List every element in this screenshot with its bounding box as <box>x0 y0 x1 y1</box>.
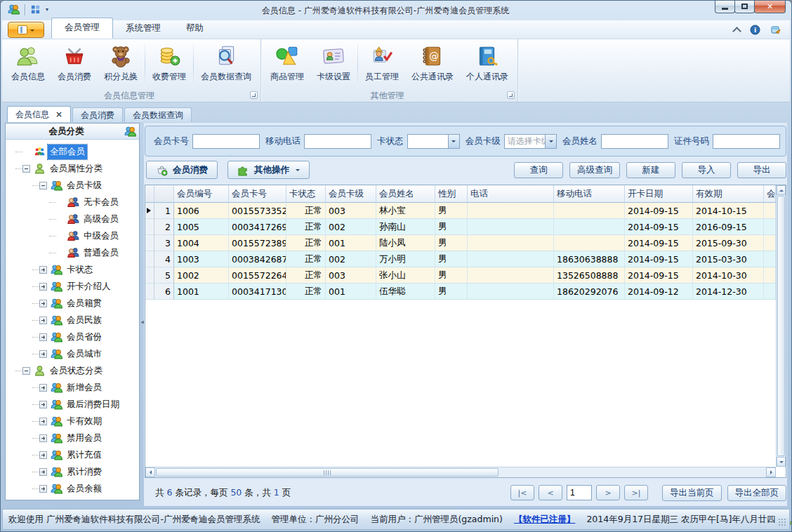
other-operations-button[interactable]: 其他操作 <box>227 161 310 179</box>
tree-item[interactable]: 卡有效期 <box>6 413 139 430</box>
tree-item[interactable]: 禁用会员 <box>6 430 139 446</box>
tree-item[interactable]: 会员属性分类 <box>6 160 139 177</box>
filter-input-member-name[interactable] <box>601 134 668 149</box>
tab-system-management[interactable]: 系统管理 <box>113 19 173 39</box>
tree-expander-plus-icon[interactable] <box>39 333 47 341</box>
grid-column-header[interactable]: 会员姓名 <box>376 185 435 203</box>
ribbon-item-staff-management[interactable]: 员工管理 <box>359 41 405 90</box>
ribbon-item-goods-management[interactable]: 商品管理 <box>264 41 310 90</box>
page-input[interactable] <box>567 485 592 500</box>
tree-expander-plus-icon[interactable] <box>39 418 47 425</box>
tree-item[interactable]: 开卡介绍人 <box>6 278 139 295</box>
tree-expander-plus-icon[interactable] <box>39 485 47 493</box>
member-consume-button[interactable]: 会员消费 <box>146 161 218 179</box>
prev-page-button[interactable]: < <box>539 485 562 500</box>
grid-column-header[interactable]: 开卡日期 <box>625 185 693 203</box>
scroll-right-icon[interactable] <box>766 467 776 477</box>
vertical-scrollbar[interactable] <box>776 185 786 467</box>
filter-input-id-number[interactable] <box>713 134 780 149</box>
tree-item[interactable]: 会员城市 <box>6 345 139 362</box>
filter-input-member-card-no[interactable] <box>192 134 260 149</box>
license-link[interactable]: 【软件已注册】 <box>514 514 576 526</box>
ribbon-item-member-info[interactable]: 会员信息 <box>5 41 51 90</box>
grid-column-header[interactable]: 有效期 <box>693 185 764 203</box>
scroll-down-icon[interactable] <box>777 457 786 467</box>
next-page-button[interactable]: > <box>596 485 620 500</box>
tree-expander-plus-icon[interactable] <box>39 266 47 274</box>
info-icon[interactable]: i <box>750 25 760 35</box>
tree-item[interactable]: 会员状态分类 <box>6 362 139 379</box>
tree-expander-plus-icon[interactable] <box>39 384 47 392</box>
tree-item[interactable]: 高级会员 <box>6 211 139 227</box>
new-button[interactable]: 新建 <box>626 162 675 178</box>
tree-item[interactable]: 全部会员 <box>6 143 139 160</box>
close-tab-icon[interactable]: × <box>55 110 62 119</box>
ribbon-item-member-data-query[interactable]: 会员数据查询 <box>194 41 258 90</box>
tree-expander-plus-icon[interactable] <box>39 468 47 476</box>
grid-column-header[interactable]: 会员编号 <box>174 185 229 203</box>
horizontal-scrollbar[interactable] <box>145 467 776 477</box>
ribbon-item-personal-contacts[interactable]: 个人通讯录 <box>460 41 515 90</box>
tree-item[interactable]: 卡状态 <box>6 261 139 278</box>
chevron-down-icon[interactable] <box>448 135 459 148</box>
table-row[interactable]: 110060015573352正常003林小宝男2014-09-152014-1… <box>145 203 776 219</box>
layout-grid-icon[interactable] <box>30 4 41 15</box>
tree-item[interactable]: 会员省份 <box>6 328 139 345</box>
tree-expander-minus-icon[interactable] <box>22 165 30 173</box>
send-feedback-icon[interactable] <box>770 24 781 35</box>
tree-expander-plus-icon[interactable] <box>39 300 47 307</box>
tree-expander-plus-icon[interactable] <box>39 451 47 459</box>
tree-item[interactable]: 无卡会员 <box>6 194 139 211</box>
ribbon-item-public-contacts[interactable]: @公共通讯录 <box>405 41 460 90</box>
table-row[interactable]: 510020015572264正常003张小山男135265088882014-… <box>145 267 776 284</box>
tree-item[interactable]: 会员籍贯 <box>6 295 139 312</box>
tab-member-management[interactable]: 会员管理 <box>51 18 113 39</box>
export-button[interactable]: 导出 <box>737 162 786 178</box>
last-page-button[interactable]: >| <box>624 485 648 500</box>
ribbon-item-card-level-settings[interactable]: 卡级设置 <box>310 41 357 90</box>
sidebar-header-people-icon[interactable] <box>124 126 136 138</box>
tab-help[interactable]: 帮助 <box>173 19 216 39</box>
tree-expander-minus-icon[interactable] <box>22 367 30 375</box>
ribbon-item-member-consume[interactable]: 会员消费 <box>51 41 98 90</box>
tree-item[interactable]: 中级会员 <box>6 227 139 244</box>
scroll-left-icon[interactable] <box>145 467 155 477</box>
doc-tab-member-consume[interactable]: 会员消费 <box>72 107 123 122</box>
tree-item[interactable]: 最后消费日期 <box>6 396 139 413</box>
tree-expander-plus-icon[interactable] <box>39 283 47 291</box>
collapse-ribbon-icon[interactable] <box>732 27 741 36</box>
first-page-button[interactable]: |< <box>510 485 534 500</box>
tree-item[interactable]: 新增会员 <box>6 379 139 396</box>
tree-expander-minus-icon[interactable] <box>39 182 47 189</box>
tree-expander-plus-icon[interactable] <box>39 350 47 358</box>
query-button[interactable]: 查询 <box>514 162 563 178</box>
grid-column-header[interactable]: 卡状态 <box>286 185 326 203</box>
tree-item[interactable]: 普通会员 <box>6 244 139 261</box>
tree-item[interactable]: 会员余额 <box>6 480 139 495</box>
ribbon-item-fee-management[interactable]: 收费管理 <box>146 41 192 90</box>
import-button[interactable]: 导入 <box>682 162 731 178</box>
scroll-up-icon[interactable] <box>777 185 786 195</box>
filter-input-mobile-phone[interactable] <box>304 134 371 149</box>
tree-expander-plus-icon[interactable] <box>39 401 47 408</box>
close-button[interactable]: ✕ <box>754 0 786 13</box>
grid-column-header[interactable]: 性别 <box>435 185 468 203</box>
tree-item[interactable]: 累计充值 <box>6 446 139 463</box>
tree-item[interactable]: 会员卡级 <box>6 177 139 194</box>
qat-dropdown-icon[interactable]: ▾ <box>46 6 48 13</box>
filter-select-member-card-level[interactable]: 请选择卡级 <box>504 134 557 149</box>
doc-tab-member-data-query[interactable]: 会员数据查询 <box>124 107 192 122</box>
tree-item[interactable]: 累计消费 <box>6 463 139 480</box>
grid-column-header[interactable]: 会员卡号 <box>229 185 286 203</box>
advanced-query-button[interactable]: 高级查询 <box>569 162 620 178</box>
grid-column-header[interactable]: 电话 <box>468 185 554 203</box>
minimize-button[interactable] <box>715 0 735 13</box>
dialog-launcher-icon[interactable] <box>250 91 258 99</box>
grid-column-header[interactable]: 移动电话 <box>554 185 625 203</box>
grid-column-header[interactable]: 会员卡级 <box>326 185 376 203</box>
grid-column-header[interactable]: 会员 <box>764 185 776 203</box>
doc-tab-member-info[interactable]: 会员信息× <box>7 106 71 122</box>
chevron-down-icon[interactable] <box>545 135 556 148</box>
tree-item[interactable]: 会员民族 <box>6 312 139 328</box>
application-menu-button[interactable] <box>8 22 44 38</box>
